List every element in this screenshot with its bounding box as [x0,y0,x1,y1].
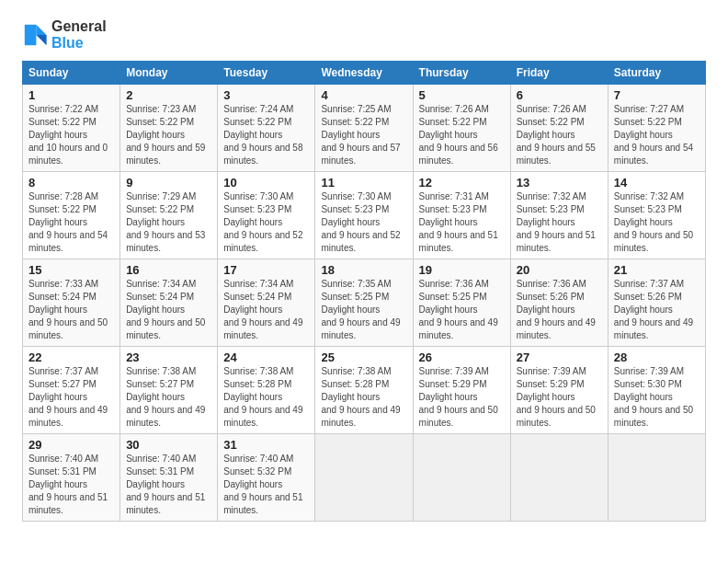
day-info: Sunrise: 7:24 AMSunset: 5:22 PMDaylight … [223,104,302,166]
day-number: 23 [126,350,211,364]
svg-rect-2 [25,25,37,45]
day-info: Sunrise: 7:34 AMSunset: 5:24 PMDaylight … [126,279,205,340]
week-row-4: 22Sunrise: 7:37 AMSunset: 5:27 PMDayligh… [23,347,706,434]
day-number: 10 [223,176,309,190]
calendar-cell: 5Sunrise: 7:26 AMSunset: 5:22 PMDaylight… [413,85,510,172]
calendar-cell: 29Sunrise: 7:40 AMSunset: 5:31 PMDayligh… [23,434,120,522]
day-info: Sunrise: 7:39 AMSunset: 5:29 PMDaylight … [517,366,596,428]
column-header-friday: Friday [510,62,608,85]
calendar-cell: 28Sunrise: 7:39 AMSunset: 5:30 PMDayligh… [608,347,705,434]
calendar-cell: 19Sunrise: 7:36 AMSunset: 5:25 PMDayligh… [413,259,510,347]
calendar-cell: 23Sunrise: 7:38 AMSunset: 5:27 PMDayligh… [120,347,218,434]
day-info: Sunrise: 7:33 AMSunset: 5:24 PMDaylight … [28,279,108,340]
day-info: Sunrise: 7:37 AMSunset: 5:27 PMDaylight … [28,366,108,428]
calendar-cell [413,434,510,522]
day-number: 26 [419,350,505,364]
calendar-cell: 26Sunrise: 7:39 AMSunset: 5:29 PMDayligh… [413,347,510,434]
svg-marker-1 [36,35,46,45]
calendar-page: General Blue SundayMondayTuesdayWednesda… [0,0,728,563]
calendar-cell: 9Sunrise: 7:29 AMSunset: 5:22 PMDaylight… [120,172,218,259]
day-info: Sunrise: 7:28 AMSunset: 5:22 PMDaylight … [28,191,108,253]
day-info: Sunrise: 7:30 AMSunset: 5:23 PMDaylight … [223,191,302,253]
header-row: SundayMondayTuesdayWednesdayThursdayFrid… [23,62,706,85]
day-number: 16 [126,263,211,277]
day-number: 3 [223,88,309,102]
day-number: 1 [28,88,114,102]
week-row-1: 1Sunrise: 7:22 AMSunset: 5:22 PMDaylight… [23,85,706,172]
day-info: Sunrise: 7:30 AMSunset: 5:23 PMDaylight … [321,191,400,253]
calendar-cell: 20Sunrise: 7:36 AMSunset: 5:26 PMDayligh… [510,259,608,347]
day-number: 31 [223,438,309,452]
day-number: 17 [223,263,309,277]
day-number: 14 [614,176,700,190]
day-number: 28 [614,350,700,364]
day-info: Sunrise: 7:22 AMSunset: 5:22 PMDaylight … [28,104,108,166]
day-number: 7 [614,88,700,102]
day-number: 19 [419,263,505,277]
calendar-cell: 11Sunrise: 7:30 AMSunset: 5:23 PMDayligh… [315,172,413,259]
day-number: 20 [517,263,602,277]
calendar-cell: 22Sunrise: 7:37 AMSunset: 5:27 PMDayligh… [23,347,120,434]
calendar-cell: 13Sunrise: 7:32 AMSunset: 5:23 PMDayligh… [510,172,608,259]
day-info: Sunrise: 7:23 AMSunset: 5:22 PMDaylight … [126,104,205,166]
day-info: Sunrise: 7:38 AMSunset: 5:28 PMDaylight … [321,366,400,428]
day-info: Sunrise: 7:31 AMSunset: 5:23 PMDaylight … [419,191,498,253]
calendar-cell [608,434,705,522]
calendar-cell: 30Sunrise: 7:40 AMSunset: 5:31 PMDayligh… [120,434,218,522]
calendar-cell: 15Sunrise: 7:33 AMSunset: 5:24 PMDayligh… [23,259,120,347]
logo-text: General Blue [51,18,107,52]
calendar-cell: 2Sunrise: 7:23 AMSunset: 5:22 PMDaylight… [120,85,218,172]
column-header-thursday: Thursday [413,62,510,85]
day-number: 27 [517,350,602,364]
day-number: 2 [126,88,211,102]
day-number: 25 [321,350,406,364]
column-header-sunday: Sunday [23,62,120,85]
day-number: 13 [517,176,602,190]
calendar-cell: 25Sunrise: 7:38 AMSunset: 5:28 PMDayligh… [315,347,413,434]
day-number: 15 [28,263,114,277]
calendar-cell: 17Sunrise: 7:34 AMSunset: 5:24 PMDayligh… [218,259,315,347]
day-number: 9 [126,176,211,190]
day-number: 18 [321,263,406,277]
header: General Blue [22,18,706,52]
calendar-table: SundayMondayTuesdayWednesdayThursdayFrid… [22,61,706,522]
calendar-cell: 31Sunrise: 7:40 AMSunset: 5:32 PMDayligh… [218,434,315,522]
logo: General Blue [22,18,107,52]
day-info: Sunrise: 7:26 AMSunset: 5:22 PMDaylight … [419,104,498,166]
week-row-5: 29Sunrise: 7:40 AMSunset: 5:31 PMDayligh… [23,434,706,522]
column-header-tuesday: Tuesday [218,62,315,85]
week-row-3: 15Sunrise: 7:33 AMSunset: 5:24 PMDayligh… [23,259,706,347]
day-number: 6 [517,88,602,102]
day-number: 8 [28,176,114,190]
day-info: Sunrise: 7:34 AMSunset: 5:24 PMDaylight … [223,279,302,340]
day-info: Sunrise: 7:29 AMSunset: 5:22 PMDaylight … [126,191,205,253]
day-info: Sunrise: 7:26 AMSunset: 5:22 PMDaylight … [517,104,596,166]
logo-icon [22,22,48,48]
svg-marker-0 [36,25,46,35]
calendar-cell: 7Sunrise: 7:27 AMSunset: 5:22 PMDaylight… [608,85,705,172]
calendar-cell: 3Sunrise: 7:24 AMSunset: 5:22 PMDaylight… [218,85,315,172]
day-number: 5 [419,88,505,102]
calendar-cell: 27Sunrise: 7:39 AMSunset: 5:29 PMDayligh… [510,347,608,434]
day-number: 22 [28,350,114,364]
calendar-cell: 10Sunrise: 7:30 AMSunset: 5:23 PMDayligh… [218,172,315,259]
column-header-wednesday: Wednesday [315,62,413,85]
column-header-monday: Monday [120,62,218,85]
calendar-cell: 24Sunrise: 7:38 AMSunset: 5:28 PMDayligh… [218,347,315,434]
day-info: Sunrise: 7:36 AMSunset: 5:26 PMDaylight … [517,279,596,340]
calendar-cell: 4Sunrise: 7:25 AMSunset: 5:22 PMDaylight… [315,85,413,172]
day-info: Sunrise: 7:36 AMSunset: 5:25 PMDaylight … [419,279,498,340]
day-number: 21 [614,263,700,277]
calendar-cell: 8Sunrise: 7:28 AMSunset: 5:22 PMDaylight… [23,172,120,259]
day-number: 30 [126,438,211,452]
calendar-cell: 6Sunrise: 7:26 AMSunset: 5:22 PMDaylight… [510,85,608,172]
day-info: Sunrise: 7:40 AMSunset: 5:32 PMDaylight … [223,454,302,515]
day-info: Sunrise: 7:40 AMSunset: 5:31 PMDaylight … [28,454,108,515]
day-number: 4 [321,88,406,102]
day-info: Sunrise: 7:27 AMSunset: 5:22 PMDaylight … [614,104,693,166]
day-info: Sunrise: 7:40 AMSunset: 5:31 PMDaylight … [126,454,205,515]
calendar-cell [510,434,608,522]
day-number: 11 [321,176,406,190]
day-info: Sunrise: 7:39 AMSunset: 5:29 PMDaylight … [419,366,498,428]
day-info: Sunrise: 7:32 AMSunset: 5:23 PMDaylight … [614,191,693,253]
